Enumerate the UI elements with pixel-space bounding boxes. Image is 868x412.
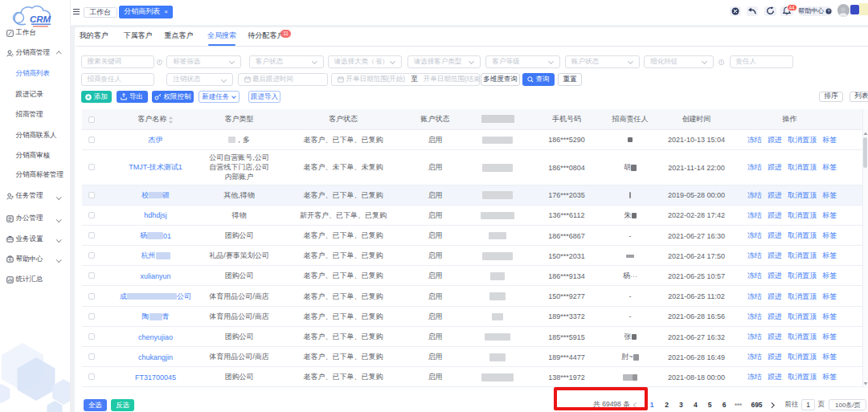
svg-text:?: ? (828, 9, 830, 14)
svg-text:CRM: CRM (30, 14, 51, 24)
